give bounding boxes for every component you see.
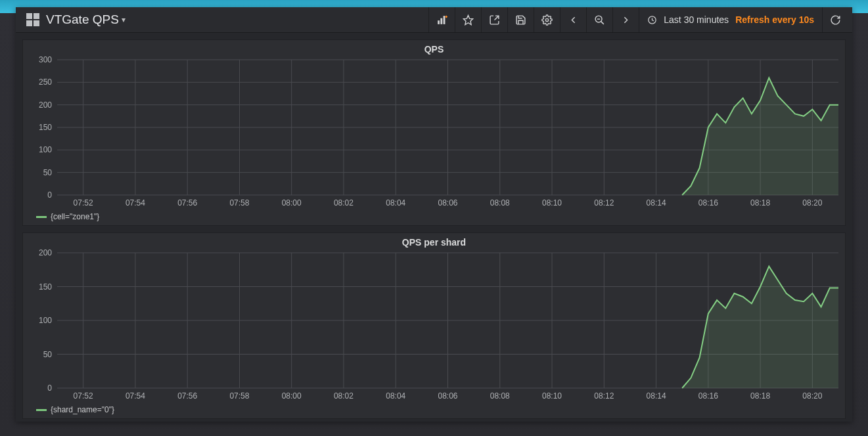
add-panel-button[interactable] <box>428 7 455 32</box>
svg-text:08:06: 08:06 <box>438 391 457 401</box>
svg-text:150: 150 <box>39 282 52 292</box>
panel-qps[interactable]: QPS 05010015020025030007:5207:5407:5607:… <box>22 39 846 226</box>
panel-title: QPS per shard <box>23 233 845 249</box>
time-range-picker[interactable]: Last 30 minutes Refresh every 10s <box>639 7 822 32</box>
settings-button[interactable] <box>534 7 560 32</box>
svg-text:08:18: 08:18 <box>750 391 770 401</box>
svg-text:100: 100 <box>39 145 52 154</box>
chevron-down-icon: ▾ <box>122 15 126 24</box>
dashboard-grid-icon[interactable] <box>26 13 39 26</box>
svg-rect-2 <box>444 16 445 24</box>
chart-canvas[interactable]: 05010015020007:5207:5407:5607:5808:0008:… <box>23 249 845 403</box>
svg-text:07:54: 07:54 <box>126 198 145 207</box>
svg-text:08:14: 08:14 <box>647 391 666 401</box>
svg-text:08:12: 08:12 <box>594 391 614 401</box>
svg-text:08:04: 08:04 <box>386 198 405 207</box>
legend-series-label: {shard_name="0"} <box>51 405 114 414</box>
star-button[interactable] <box>455 7 481 32</box>
svg-text:08:16: 08:16 <box>698 391 718 401</box>
svg-text:100: 100 <box>39 316 52 325</box>
time-range-label: Last 30 minutes <box>664 14 729 25</box>
svg-text:08:08: 08:08 <box>490 198 510 207</box>
chart-canvas[interactable]: 05010015020025030007:5207:5407:5607:5808… <box>23 56 845 209</box>
legend-swatch-icon <box>36 409 47 411</box>
svg-text:08:06: 08:06 <box>438 198 457 207</box>
zoom-out-button[interactable] <box>586 7 612 32</box>
svg-text:08:08: 08:08 <box>490 391 510 401</box>
time-back-button[interactable] <box>560 7 586 32</box>
svg-text:250: 250 <box>39 77 52 87</box>
svg-text:08:04: 08:04 <box>386 391 405 401</box>
svg-text:08:12: 08:12 <box>594 198 614 207</box>
svg-text:08:10: 08:10 <box>542 391 562 401</box>
svg-text:200: 200 <box>39 249 52 257</box>
share-button[interactable] <box>481 7 507 32</box>
svg-text:08:10: 08:10 <box>542 198 562 207</box>
svg-text:07:58: 07:58 <box>229 391 249 401</box>
svg-text:200: 200 <box>39 100 52 110</box>
dashboard-title-button[interactable]: VTGate QPS ▾ <box>46 12 126 27</box>
svg-text:08:02: 08:02 <box>334 198 354 207</box>
panel-qps-per-shard[interactable]: QPS per shard 05010015020007:5207:5407:5… <box>22 232 846 419</box>
panels-container: QPS 05010015020025030007:5207:5407:5607:… <box>16 33 852 422</box>
svg-point-6 <box>546 18 549 21</box>
svg-text:150: 150 <box>39 123 52 132</box>
svg-text:07:52: 07:52 <box>74 391 93 401</box>
svg-text:50: 50 <box>43 350 53 359</box>
svg-text:08:02: 08:02 <box>334 391 354 401</box>
svg-text:07:56: 07:56 <box>177 198 197 207</box>
svg-text:07:52: 07:52 <box>74 198 93 207</box>
svg-text:08:20: 08:20 <box>802 198 822 207</box>
svg-text:08:14: 08:14 <box>647 198 666 207</box>
svg-text:07:54: 07:54 <box>126 391 145 401</box>
dashboard-title: VTGate QPS <box>46 12 119 27</box>
svg-text:50: 50 <box>43 168 53 177</box>
svg-rect-1 <box>441 18 443 24</box>
header-toolbar: Last 30 minutes Refresh every 10s <box>428 7 848 32</box>
legend[interactable]: {cell="zone1"} <box>23 209 845 225</box>
svg-text:08:20: 08:20 <box>802 391 822 401</box>
legend[interactable]: {shard_name="0"} <box>23 403 845 418</box>
svg-text:0: 0 <box>47 190 52 200</box>
legend-swatch-icon <box>36 216 47 218</box>
svg-marker-5 <box>464 15 473 24</box>
legend-series-label: {cell="zone1"} <box>51 212 99 221</box>
time-forward-button[interactable] <box>612 7 639 32</box>
dashboard-header: VTGate QPS ▾ <box>16 7 852 33</box>
svg-text:08:00: 08:00 <box>282 198 302 207</box>
refresh-button[interactable] <box>822 7 848 32</box>
svg-text:0: 0 <box>47 383 52 393</box>
svg-text:08:00: 08:00 <box>282 391 302 401</box>
svg-text:300: 300 <box>39 56 52 64</box>
svg-rect-0 <box>438 20 440 24</box>
svg-text:07:56: 07:56 <box>177 391 197 401</box>
save-button[interactable] <box>507 7 534 32</box>
svg-text:08:16: 08:16 <box>698 198 718 207</box>
panel-title: QPS <box>23 40 845 56</box>
svg-text:07:58: 07:58 <box>229 198 249 207</box>
svg-line-8 <box>601 21 604 24</box>
svg-text:08:18: 08:18 <box>750 198 770 207</box>
refresh-interval-label: Refresh every 10s <box>735 14 814 25</box>
